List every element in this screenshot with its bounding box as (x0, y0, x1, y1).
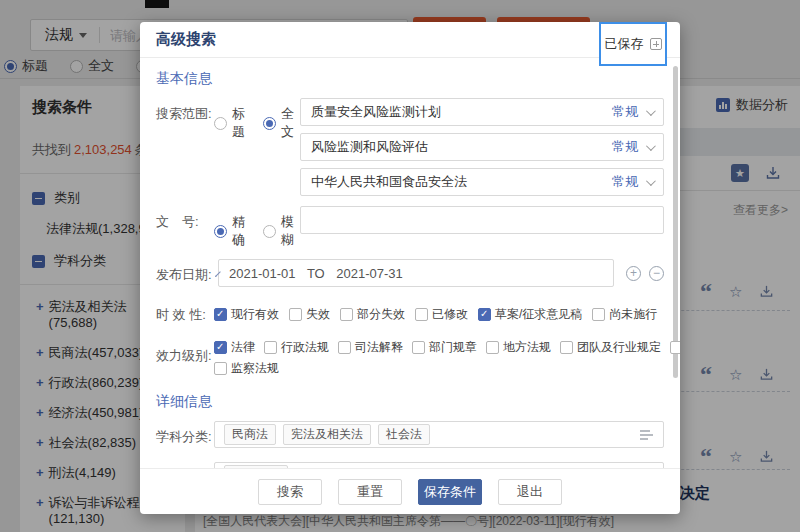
modal-footer: 搜索 重置 保存条件 退出 (140, 468, 680, 514)
row-label: 效力级别: (156, 337, 214, 365)
exit-button[interactable]: 退出 (498, 479, 562, 505)
fuzzy-radio[interactable]: 模糊 (263, 213, 300, 249)
checkbox-icon (214, 362, 227, 375)
advanced-search-modal: 高级搜索 已保存 基本信息 搜索范围: 标题 全文 常规 常规 (140, 22, 680, 514)
checkbox-icon (214, 308, 227, 321)
checkbox-icon (478, 308, 491, 321)
keyword-inputs: 常规 常规 常规 (300, 98, 664, 196)
effect-level-line-2: 监察法规 (214, 360, 680, 377)
validity-checkbox[interactable]: 现行有效 (214, 306, 279, 323)
checkbox-label: 草案/征求意见稿 (495, 306, 582, 323)
radio-label: 标题 (232, 105, 251, 141)
search-button[interactable]: 搜索 (258, 479, 322, 505)
keyword-input-3[interactable] (311, 175, 612, 190)
keyword-input-row: 常规 (300, 98, 664, 126)
level-checkbox[interactable]: 法律 (214, 339, 255, 356)
level-checkbox[interactable]: 监察法规 (214, 360, 279, 377)
checkbox-icon (338, 341, 351, 354)
checkbox-icon (412, 341, 425, 354)
modal-title: 高级搜索 (156, 30, 216, 49)
level-checkbox[interactable]: 军事法规 (670, 339, 680, 356)
match-mode-dropdown[interactable]: 常规 (612, 173, 638, 191)
match-mode-dropdown[interactable]: 常规 (612, 103, 638, 121)
radio-icon (263, 117, 276, 130)
level-checkbox[interactable]: 团队及行业规定 (560, 339, 661, 356)
checkbox-icon (486, 341, 499, 354)
modal-body: 基本信息 搜索范围: 标题 全文 常规 常规 (140, 58, 680, 468)
radio-icon (214, 225, 227, 238)
radio-icon (214, 117, 227, 130)
exact-radio[interactable]: 精确 (214, 213, 251, 249)
checkbox-label: 失效 (306, 306, 330, 323)
level-checkbox[interactable]: 司法解释 (338, 339, 403, 356)
row-label: 文 号: (156, 206, 214, 231)
keyword-input-1[interactable] (311, 105, 612, 120)
subject-tag[interactable]: 宪法及相关法 (283, 424, 371, 445)
add-row-icon[interactable]: + (626, 266, 641, 281)
validity-checkbox[interactable]: 已修改 (415, 306, 468, 323)
checkbox-icon (560, 341, 573, 354)
validity-checkbox[interactable]: 部分失效 (340, 306, 405, 323)
plus-square-icon[interactable] (650, 38, 662, 50)
checkbox-icon (592, 308, 605, 321)
validity-checkbox[interactable]: 尚未施行 (592, 306, 657, 323)
row-label: 搜索范围: (156, 98, 214, 123)
checkbox-label: 地方法规 (503, 339, 551, 356)
chevron-down-icon[interactable] (646, 176, 656, 186)
match-mode-dropdown[interactable]: 常规 (612, 138, 638, 156)
remove-row-icon[interactable]: − (649, 266, 664, 281)
row-label: 学科分类: (156, 421, 214, 446)
modal-scrollbar[interactable] (673, 66, 678, 378)
checkbox-icon (264, 341, 277, 354)
save-conditions-button[interactable]: 保存条件 (418, 479, 482, 505)
subject-tag[interactable]: 社会法 (378, 424, 430, 445)
chevron-down-icon[interactable] (646, 141, 656, 151)
section-basic-info: 基本信息 (156, 70, 664, 88)
section-detail-info: 详细信息 (156, 393, 664, 411)
level-checkbox[interactable]: 地方法规 (486, 339, 551, 356)
radio-label: 精确 (232, 213, 251, 249)
checkbox-label: 部分失效 (357, 306, 405, 323)
date-row-controls: + − (626, 259, 664, 281)
keyword-input-row: 常规 (300, 168, 664, 196)
checkbox-label: 司法解释 (355, 339, 403, 356)
level-checkbox[interactable]: 行政法规 (264, 339, 329, 356)
effect-level-options: 法律 行政法规 司法解释 部门规章 地方法规 团队及行业规定 军事法规 监察法规 (214, 337, 680, 377)
checkbox-label: 部门规章 (429, 339, 477, 356)
subject-classification-row: 学科分类: 民商法 宪法及相关法 社会法 (156, 421, 664, 448)
subject-tag[interactable]: 民商法 (224, 424, 276, 445)
checkbox-label: 现行有效 (231, 306, 279, 323)
doc-number-input[interactable] (311, 213, 653, 228)
checkbox-label: 行政法规 (281, 339, 329, 356)
radio-icon (263, 225, 276, 238)
doc-number-input-row (300, 206, 664, 234)
checkbox-icon (670, 341, 680, 354)
checkbox-icon (340, 308, 353, 321)
date-range-field (218, 259, 614, 287)
row-label: 时 效 性: (156, 302, 214, 324)
subject-tag-field[interactable]: 民商法 宪法及相关法 社会法 (214, 421, 664, 448)
validity-checkbox[interactable]: 失效 (289, 306, 330, 323)
publish-date-row: 发布日期: + − (156, 259, 664, 287)
scope-fulltext-radio[interactable]: 全文 (263, 105, 300, 141)
effect-level-line-1: 法律 行政法规 司法解释 部门规章 地方法规 团队及行业规定 军事法规 (214, 339, 680, 356)
checkbox-label: 尚未施行 (609, 306, 657, 323)
select-list-icon[interactable] (639, 428, 654, 441)
checkbox-label: 已修改 (432, 306, 468, 323)
effect-level-row: 效力级别: 法律 行政法规 司法解释 部门规章 地方法规 团队及行业规定 军事法… (156, 337, 664, 377)
checkbox-icon (214, 341, 227, 354)
date-range-input[interactable] (229, 266, 603, 281)
chevron-down-icon[interactable] (646, 106, 656, 116)
keyword-input-2[interactable] (311, 140, 612, 155)
keyword-input-row: 常规 (300, 133, 664, 161)
level-checkbox[interactable]: 部门规章 (412, 339, 477, 356)
doc-number-row: 文 号: 精确 模糊 (156, 206, 664, 249)
checkbox-label: 团队及行业规定 (577, 339, 661, 356)
scope-title-radio[interactable]: 标题 (214, 105, 251, 141)
reset-button[interactable]: 重置 (338, 479, 402, 505)
doc-number-field (300, 206, 664, 234)
search-scope-row: 搜索范围: 标题 全文 常规 常规 常规 (156, 98, 664, 196)
validity-checkbox[interactable]: 草案/征求意见稿 (478, 306, 582, 323)
saved-searches-button[interactable]: 已保存 (599, 22, 667, 66)
scope-radios: 标题 全文 (214, 98, 300, 141)
